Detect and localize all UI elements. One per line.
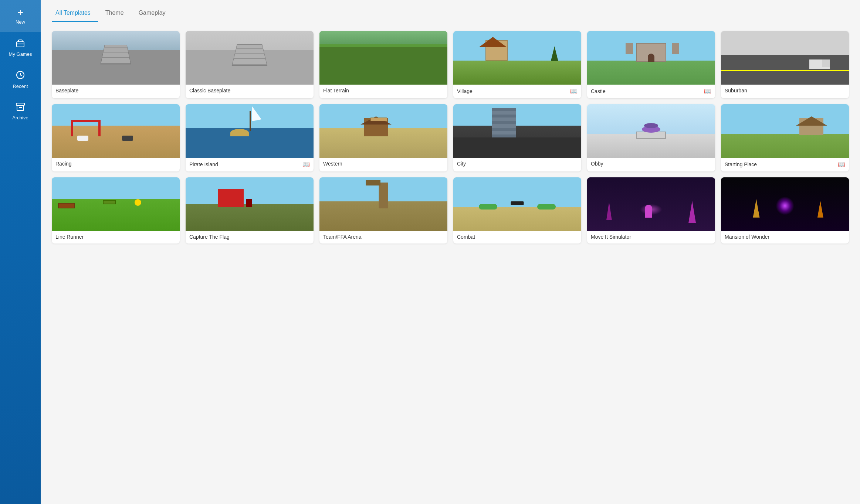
template-card-move-it-simulator[interactable]: Move It Simulator bbox=[587, 177, 715, 244]
sidebar: + New My Games Recent bbox=[0, 0, 41, 504]
briefcase-icon bbox=[16, 39, 25, 49]
template-card-racing[interactable]: Racing bbox=[52, 104, 180, 171]
tab-gameplay[interactable]: Gameplay bbox=[135, 6, 173, 22]
template-label-starting-place: Starting Place bbox=[725, 161, 757, 167]
template-label-baseplate: Baseplate bbox=[55, 88, 78, 93]
template-card-western[interactable]: Western bbox=[319, 104, 447, 171]
sidebar-item-archive[interactable]: Archive bbox=[0, 96, 41, 127]
tab-theme[interactable]: Theme bbox=[102, 6, 131, 22]
sidebar-mygames-label: My Games bbox=[9, 51, 32, 57]
template-label-mansion-of-wonder: Mansion of Wonder bbox=[725, 234, 769, 240]
template-card-line-runner[interactable]: Line Runner bbox=[52, 177, 180, 244]
sidebar-item-mygames[interactable]: My Games bbox=[0, 32, 41, 64]
template-label-move-it-simulator: Move It Simulator bbox=[591, 234, 631, 240]
template-card-city[interactable]: City bbox=[453, 104, 581, 171]
template-label-combat: Combat bbox=[457, 234, 475, 240]
template-card-mansion-of-wonder[interactable]: Mansion of Wonder bbox=[721, 177, 849, 244]
sidebar-item-recent[interactable]: Recent bbox=[0, 64, 41, 96]
template-label-capture-the-flag: Capture The Flag bbox=[189, 234, 230, 240]
svg-line-4 bbox=[20, 75, 22, 76]
clock-icon bbox=[16, 70, 25, 81]
template-card-combat[interactable]: Combat bbox=[453, 177, 581, 244]
book-icon-starting: 📖 bbox=[838, 161, 845, 168]
template-label-suburban: Suburban bbox=[725, 88, 747, 93]
template-label-racing: Racing bbox=[55, 161, 72, 167]
template-card-castle[interactable]: Castle 📖 bbox=[587, 31, 715, 98]
template-label-village: Village bbox=[457, 88, 473, 94]
book-icon-castle: 📖 bbox=[704, 88, 711, 95]
template-card-classic-baseplate[interactable]: Classic Baseplate bbox=[186, 31, 314, 98]
book-icon-village: 📖 bbox=[570, 88, 578, 95]
template-label-pirate-island: Pirate Island bbox=[189, 161, 218, 167]
template-grid-container: Baseplate Classic Baseplate bbox=[41, 22, 860, 504]
template-card-starting-place[interactable]: Starting Place 📖 bbox=[721, 104, 849, 171]
template-card-team-ffa-arena[interactable]: Team/FFA Arena bbox=[319, 177, 447, 244]
template-label-classic-baseplate: Classic Baseplate bbox=[189, 88, 230, 93]
template-grid: Baseplate Classic Baseplate bbox=[52, 31, 849, 244]
main-content: All Templates Theme Gameplay Baseplate bbox=[41, 0, 860, 504]
plus-icon: + bbox=[17, 7, 23, 18]
template-label-western: Western bbox=[323, 161, 342, 167]
template-card-suburban[interactable]: Suburban bbox=[721, 31, 849, 98]
template-label-city: City bbox=[457, 161, 466, 167]
template-card-flat-terrain[interactable]: Flat Terrain bbox=[319, 31, 447, 98]
template-card-village[interactable]: Village 📖 bbox=[453, 31, 581, 98]
template-label-line-runner: Line Runner bbox=[55, 234, 84, 240]
archive-icon bbox=[16, 102, 25, 113]
template-label-castle: Castle bbox=[591, 88, 606, 94]
template-card-capture-the-flag[interactable]: Capture The Flag bbox=[186, 177, 314, 244]
template-card-baseplate[interactable]: Baseplate bbox=[52, 31, 180, 98]
template-card-obby[interactable]: Obby bbox=[587, 104, 715, 171]
book-icon-pirate: 📖 bbox=[302, 161, 310, 168]
sidebar-recent-label: Recent bbox=[13, 84, 28, 89]
template-label-team-ffa-arena: Team/FFA Arena bbox=[323, 234, 362, 240]
sidebar-archive-label: Archive bbox=[12, 115, 28, 120]
template-label-flat-terrain: Flat Terrain bbox=[323, 88, 349, 93]
template-card-pirate-island[interactable]: Pirate Island 📖 bbox=[186, 104, 314, 171]
tab-all-templates[interactable]: All Templates bbox=[52, 6, 98, 22]
sidebar-item-new[interactable]: + New bbox=[0, 0, 41, 32]
sidebar-new-label: New bbox=[16, 19, 25, 25]
template-label-obby: Obby bbox=[591, 161, 603, 167]
tab-bar: All Templates Theme Gameplay bbox=[41, 0, 860, 22]
